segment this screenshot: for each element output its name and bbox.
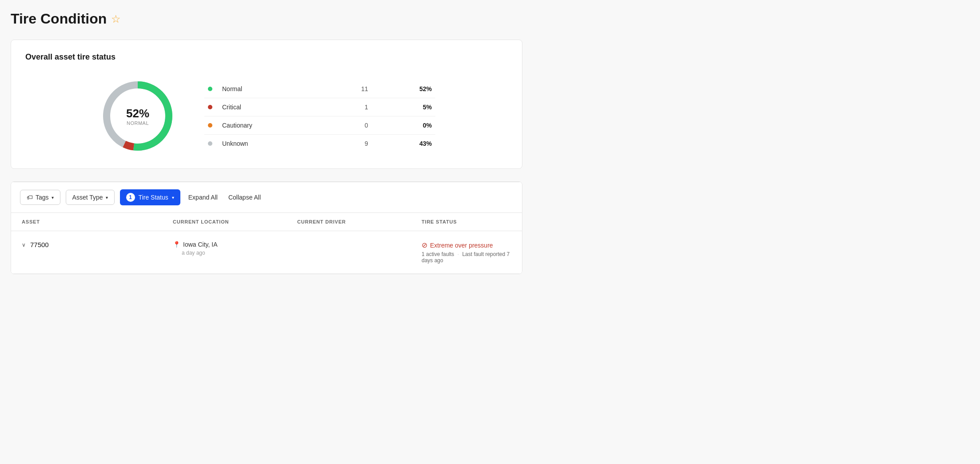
- detail-divider: ·: [458, 251, 459, 257]
- legend-row: Unknown 9 43%: [204, 134, 435, 152]
- filters-row: 🏷 Tags ▾ Asset Type ▾ 1 Tire Status ▾ Ex…: [11, 182, 522, 213]
- legend-color-dot: [208, 105, 212, 109]
- tire-status-chevron-icon: ▾: [172, 195, 174, 200]
- column-asset: ASSET: [22, 219, 173, 224]
- tire-status-text: Extreme over pressure: [430, 242, 493, 249]
- legend-row: Normal 11 52%: [204, 80, 435, 98]
- table-row: ∨ 77500 📍 Iowa City, IA a day ago ⊘: [11, 231, 522, 274]
- filters-table-wrapper: 🏷 Tags ▾ Asset Type ▾ 1 Tire Status ▾ Ex…: [11, 181, 522, 274]
- asset-cell: ∨ 77500: [22, 241, 173, 248]
- tire-status-error-icon: ⊘: [422, 241, 427, 249]
- legend-dot-cell: [204, 98, 219, 116]
- tags-filter-button[interactable]: 🏷 Tags ▾: [20, 190, 60, 205]
- legend-item-count: 1: [330, 98, 371, 116]
- status-card-title: Overall asset tire status: [25, 52, 508, 62]
- tire-status-detail: 1 active faults · Last fault reported 7 …: [422, 251, 511, 264]
- legend-dot-cell: [204, 116, 219, 134]
- legend-item-name: Unknown: [219, 134, 330, 152]
- page-title: Tire Condition: [11, 11, 107, 27]
- legend-item-count: 11: [330, 80, 371, 98]
- location-pin-icon: 📍: [173, 241, 180, 248]
- legend-item-pct: 43%: [372, 134, 435, 152]
- legend-item-pct: 5%: [372, 98, 435, 116]
- asset-table: ASSET CURRENT LOCATION CURRENT DRIVER TI…: [11, 213, 522, 274]
- legend-dot-cell: [204, 80, 219, 98]
- column-tire-status: TIRE STATUS: [422, 219, 511, 224]
- collapse-all-button[interactable]: Collapse All: [226, 190, 263, 204]
- row-expand-arrow[interactable]: ∨: [22, 242, 26, 248]
- tire-status-badge: 1: [126, 193, 135, 202]
- legend-row: Cautionary 0 0%: [204, 116, 435, 134]
- legend-item-pct: 52%: [372, 80, 435, 98]
- legend-item-count: 0: [330, 116, 371, 134]
- location-cell: 📍 Iowa City, IA a day ago: [173, 241, 297, 256]
- legend-color-dot: [208, 123, 212, 128]
- legend-color-dot: [208, 87, 212, 91]
- location-name-text: Iowa City, IA: [183, 241, 218, 248]
- legend-item-name: Normal: [219, 80, 330, 98]
- donut-label: NORMAL: [126, 120, 149, 126]
- tire-status-cell: ⊘ Extreme over pressure 1 active faults …: [422, 241, 511, 264]
- asset-type-chevron-icon: ▾: [106, 195, 108, 200]
- tags-chevron-icon: ▾: [52, 195, 54, 200]
- tags-label: Tags: [36, 194, 49, 201]
- legend-item-name: Critical: [219, 98, 330, 116]
- table-header: ASSET CURRENT LOCATION CURRENT DRIVER TI…: [11, 213, 522, 231]
- column-location: CURRENT LOCATION: [173, 219, 297, 224]
- asset-type-label: Asset Type: [72, 194, 103, 201]
- overall-status-card: Overall asset tire status 52% NORMAL: [11, 40, 522, 169]
- legend-color-dot: [208, 141, 212, 146]
- location-time: a day ago: [182, 250, 297, 256]
- asset-name: 77500: [30, 241, 49, 248]
- legend-item-name: Cautionary: [219, 116, 330, 134]
- favorite-star-icon[interactable]: ☆: [111, 13, 121, 25]
- donut-chart: 52% NORMAL: [98, 76, 178, 156]
- legend-dot-cell: [204, 134, 219, 152]
- expand-all-button[interactable]: Expand All: [186, 190, 220, 204]
- donut-percentage: 52%: [126, 107, 149, 120]
- asset-type-filter-button[interactable]: Asset Type ▾: [66, 190, 115, 205]
- status-legend: Normal 11 52% Critical 1 5% Cautionary 0…: [204, 80, 435, 152]
- tire-status-filter-button[interactable]: 1 Tire Status ▾: [120, 189, 180, 205]
- active-faults-count: 1 active faults: [422, 251, 454, 257]
- tire-status-label: Tire Status: [139, 194, 168, 201]
- legend-item-pct: 0%: [372, 116, 435, 134]
- legend-row: Critical 1 5%: [204, 98, 435, 116]
- tag-icon: 🏷: [27, 194, 33, 201]
- legend-item-count: 9: [330, 134, 371, 152]
- column-driver: CURRENT DRIVER: [297, 219, 422, 224]
